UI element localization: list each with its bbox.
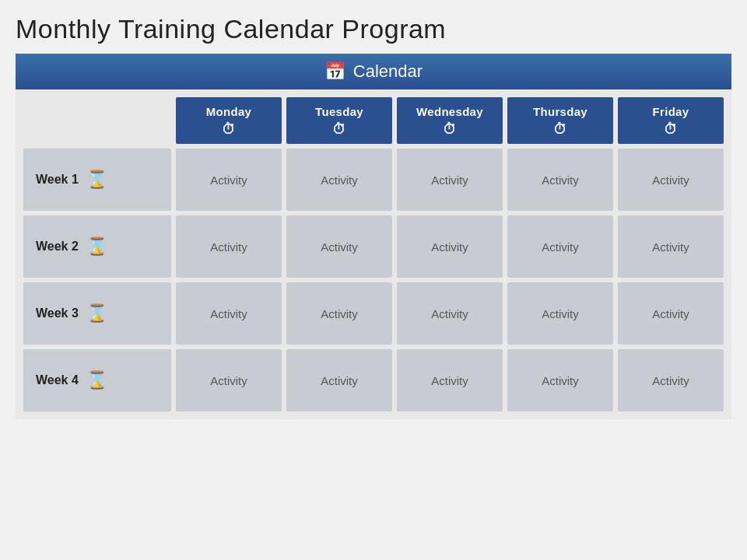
wednesday-icon: ⏱ [443,121,457,138]
week-4-thursday-activity[interactable]: Activity [507,349,613,411]
week-4-monday-activity[interactable]: Activity [176,349,282,411]
wednesday-label: Wednesday [416,105,483,118]
calendar-label: Calendar [353,61,423,82]
week-3-hourglass-icon: ⌛ [86,303,107,324]
week-3-wednesday-activity[interactable]: Activity [397,282,503,345]
week-4-hourglass-icon: ⌛ [86,370,107,390]
week-1-friday-activity[interactable]: Activity [618,149,724,211]
week-3-friday-activity[interactable]: Activity [618,282,724,345]
week-2-label: Week 2 [36,240,79,254]
calendar-header-bar: 📅 Calendar [16,54,731,89]
week-2-wednesday-activity[interactable]: Activity [397,215,503,278]
week-1-thursday-activity[interactable]: Activity [507,149,613,211]
week-1-label-cell: Week 1 ⌛ [23,149,171,211]
week-1-wednesday-activity[interactable]: Activity [397,149,503,211]
calendar-table: Monday ⏱ Tuesday ⏱ Wednesday ⏱ Thursday … [16,89,731,419]
day-header-monday: Monday ⏱ [176,97,282,144]
week-1-monday-activity[interactable]: Activity [176,149,282,211]
calendar-grid: Monday ⏱ Tuesday ⏱ Wednesday ⏱ Thursday … [23,97,724,411]
week-2-label-cell: Week 2 ⌛ [23,215,171,278]
corner-cell [23,97,171,144]
week-3-thursday-activity[interactable]: Activity [507,282,613,345]
monday-icon: ⏱ [222,121,236,138]
week-2-hourglass-icon: ⌛ [86,236,107,257]
week-2-friday-activity[interactable]: Activity [618,215,724,278]
week-3-label-cell: Week 3 ⌛ [23,282,171,345]
tuesday-label: Tuesday [315,105,363,118]
week-3-monday-activity[interactable]: Activity [176,282,282,345]
week-4-wednesday-activity[interactable]: Activity [397,349,503,411]
week-4-label: Week 4 [36,373,79,387]
week-2-monday-activity[interactable]: Activity [176,215,282,278]
friday-label: Friday [653,105,689,118]
friday-icon: ⏱ [664,121,678,138]
thursday-icon: ⏱ [553,121,567,138]
page: Monthly Training Calendar Program 📅 Cale… [0,0,747,560]
week-3-tuesday-activity[interactable]: Activity [286,282,392,345]
week-4-label-cell: Week 4 ⌛ [23,349,171,411]
day-header-thursday: Thursday ⏱ [507,97,613,144]
week-1-hourglass-icon: ⌛ [86,170,107,190]
week-1-tuesday-activity[interactable]: Activity [286,149,392,211]
week-3-label: Week 3 [36,306,79,320]
monday-label: Monday [206,105,251,118]
day-header-tuesday: Tuesday ⏱ [286,97,392,144]
week-2-tuesday-activity[interactable]: Activity [286,215,392,278]
week-4-friday-activity[interactable]: Activity [618,349,724,411]
week-1-label: Week 1 [36,173,79,187]
page-title: Monthly Training Calendar Program [16,14,731,44]
tuesday-icon: ⏱ [332,121,346,138]
week-2-thursday-activity[interactable]: Activity [507,215,613,278]
week-4-tuesday-activity[interactable]: Activity [286,349,392,411]
day-header-friday: Friday ⏱ [618,97,724,144]
thursday-label: Thursday [533,105,587,118]
calendar-icon: 📅 [324,61,345,82]
day-header-wednesday: Wednesday ⏱ [397,97,503,144]
